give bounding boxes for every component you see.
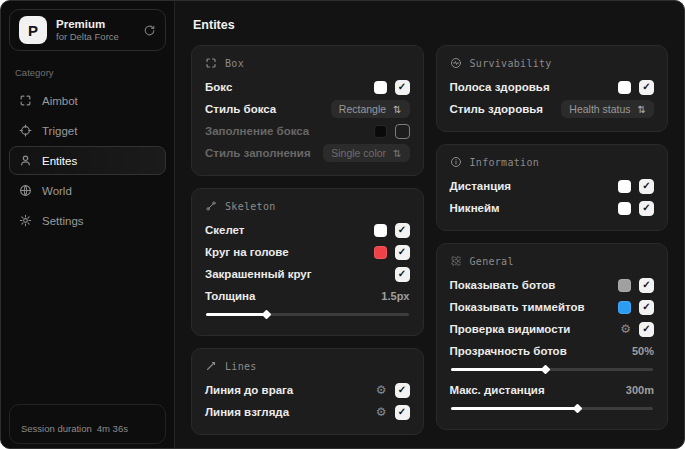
- color-swatch[interactable]: [618, 81, 631, 94]
- card-title: Box: [225, 58, 244, 69]
- sidebar-item-entites[interactable]: Entites: [9, 146, 166, 175]
- thickness-value: 1.5px: [381, 290, 409, 302]
- slider-thumb[interactable]: [573, 404, 583, 414]
- visibility-settings-icon[interactable]: ⚙: [620, 323, 631, 335]
- row-box-style: Стиль бокса Rectangle ⇅: [205, 98, 410, 120]
- color-swatch[interactable]: [374, 81, 387, 94]
- show-bots-checkbox[interactable]: ✓: [639, 278, 654, 293]
- row-label: Дистанция: [450, 180, 511, 192]
- survivability-card: Survivability Полоса здоровья ✓ Стиль зд…: [436, 45, 669, 132]
- row-nickname: Никнейм ✓: [450, 197, 655, 219]
- check-icon: ✓: [642, 82, 650, 92]
- sidebar-item-trigget[interactable]: Trigget: [9, 116, 166, 145]
- crosshair-icon: [19, 124, 32, 137]
- category-label: Category: [15, 67, 160, 78]
- box-fill-checkbox[interactable]: ✓: [395, 124, 410, 139]
- check-icon: ✓: [398, 385, 406, 395]
- main-panel: Entites Box Бокс ✓: [175, 1, 684, 448]
- distance-checkbox[interactable]: ✓: [639, 179, 654, 194]
- row-label: Стиль заполнения: [205, 147, 311, 159]
- skeleton-checkbox[interactable]: ✓: [395, 223, 410, 238]
- color-swatch[interactable]: [618, 202, 631, 215]
- refresh-icon[interactable]: [143, 24, 156, 37]
- information-card: Information Дистанция ✓ Никнейм ✓: [436, 144, 669, 231]
- color-swatch[interactable]: [618, 301, 631, 314]
- select-value: Single color: [331, 147, 386, 159]
- slider-fill: [206, 313, 267, 316]
- session-duration-value: 4m 36s: [97, 423, 128, 434]
- row-label: Скелет: [205, 224, 245, 236]
- row-label: Полоса здоровья: [450, 81, 550, 93]
- line-settings-icon[interactable]: ⚙: [376, 406, 387, 418]
- row-label: Стиль здоровья: [450, 103, 544, 115]
- bot-opacity-value: 50%: [632, 345, 654, 357]
- scan-brackets-icon: [19, 94, 32, 107]
- view-line-checkbox[interactable]: ✓: [395, 405, 410, 420]
- show-teammates-checkbox[interactable]: ✓: [639, 300, 654, 315]
- card-title: Information: [470, 157, 540, 168]
- pulse-icon: [450, 57, 462, 69]
- color-swatch[interactable]: [618, 279, 631, 292]
- info-icon: [450, 156, 462, 168]
- row-max-distance: Макс. дистанция 300m: [450, 379, 655, 401]
- row-view-line: Линия взгляда ⚙ ✓: [205, 401, 410, 423]
- nickname-checkbox[interactable]: ✓: [639, 201, 654, 216]
- color-swatch[interactable]: [374, 125, 387, 138]
- row-box-fill: Заполнение бокса ✓: [205, 120, 410, 142]
- sidebar-item-label: Entites: [42, 155, 77, 167]
- row-show-bots: Показывать ботов ✓: [450, 274, 655, 296]
- color-swatch[interactable]: [374, 224, 387, 237]
- line-to-enemy-checkbox[interactable]: ✓: [395, 383, 410, 398]
- row-filled-circle: Закрашенный круг ✓: [205, 263, 410, 285]
- max-distance-slider[interactable]: [451, 404, 654, 413]
- general-card: General Показывать ботов ✓ Показывать ти…: [436, 243, 669, 430]
- sidebar-nav: Aimbot Trigget Entites World: [9, 86, 166, 235]
- box-card: Box Бокс ✓ Стиль бокса Rectangle ⇅: [191, 45, 424, 176]
- line-icon: [205, 360, 217, 372]
- fill-style-select[interactable]: Single color ⇅: [323, 144, 409, 162]
- box-style-select[interactable]: Rectangle ⇅: [331, 100, 410, 118]
- filled-circle-checkbox[interactable]: ✓: [395, 267, 410, 282]
- color-swatch[interactable]: [618, 180, 631, 193]
- sidebar-item-aimbot[interactable]: Aimbot: [9, 86, 166, 115]
- visibility-check-checkbox[interactable]: ✓: [639, 322, 654, 337]
- row-fill-style: Стиль заполнения Single color ⇅: [205, 142, 410, 164]
- slider-fill: [451, 368, 546, 371]
- check-icon: ✓: [398, 82, 406, 92]
- sidebar: P Premium for Delta Force Category Aimbo…: [1, 1, 175, 448]
- sidebar-item-world[interactable]: World: [9, 176, 166, 205]
- line-settings-icon[interactable]: ⚙: [376, 384, 387, 396]
- color-swatch[interactable]: [374, 246, 387, 259]
- session-duration-label: Session duration: [21, 423, 92, 434]
- slider-thumb[interactable]: [540, 365, 550, 375]
- health-bar-checkbox[interactable]: ✓: [639, 80, 654, 95]
- check-icon: ✓: [398, 247, 406, 257]
- slider-thumb[interactable]: [261, 310, 271, 320]
- head-circle-checkbox[interactable]: ✓: [395, 245, 410, 260]
- skeleton-card: Skeleton Скелет ✓ Круг на голове ✓: [191, 188, 424, 336]
- check-icon: ✓: [642, 324, 650, 334]
- row-bot-opacity: Прозрачность ботов 50%: [450, 340, 655, 362]
- check-icon: ✓: [642, 203, 650, 213]
- row-label: Макс. дистанция: [450, 384, 545, 396]
- right-column: Survivability Полоса здоровья ✓ Стиль зд…: [436, 45, 669, 430]
- lines-card: Lines Линия до врага ⚙ ✓ Линия взгляда ⚙: [191, 348, 424, 435]
- grid-icon: [450, 255, 462, 267]
- sidebar-item-label: Trigget: [42, 125, 77, 137]
- row-show-teammates: Показывать тиммейтов ✓: [450, 296, 655, 318]
- thickness-slider[interactable]: [206, 310, 409, 319]
- health-style-select[interactable]: Health status ⇅: [561, 100, 654, 118]
- row-head-circle: Круг на голове ✓: [205, 241, 410, 263]
- row-visibility-check: Проверка видимости ⚙ ✓: [450, 318, 655, 340]
- sidebar-item-label: Settings: [42, 215, 84, 227]
- bot-opacity-slider[interactable]: [451, 365, 654, 374]
- people-icon: [19, 154, 32, 167]
- box-icon: [205, 57, 217, 69]
- select-value: Health status: [569, 103, 630, 115]
- check-icon: ✓: [642, 181, 650, 191]
- row-label: Показывать ботов: [450, 279, 556, 291]
- box-enable-checkbox[interactable]: ✓: [395, 80, 410, 95]
- sidebar-item-label: World: [42, 185, 72, 197]
- row-label: Закрашенный круг: [205, 268, 312, 280]
- sidebar-item-settings[interactable]: Settings: [9, 206, 166, 235]
